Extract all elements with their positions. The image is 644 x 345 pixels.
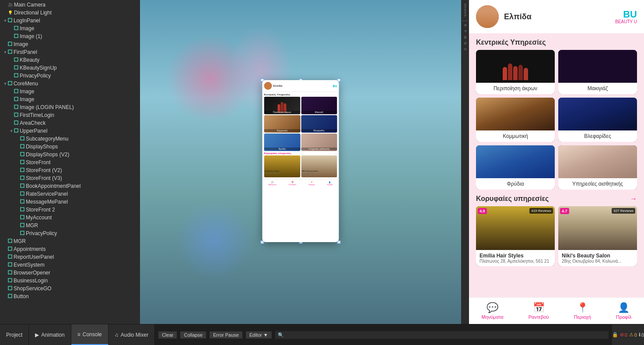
phone-service-2[interactable]: Μακιγιάζ (301, 97, 337, 114)
phone-nav-area[interactable]: 📍Περιοχή (308, 181, 315, 186)
service-card-hair[interactable]: Κομμωτική (476, 98, 555, 142)
hierarchy-label-mgr-top: MGR (14, 238, 26, 244)
hierarchy-label-storefront: StoreFront (26, 159, 51, 165)
hierarchy-item-image-login[interactable]: Image (LOGIN PANEL) (0, 103, 140, 111)
service-card-nail[interactable]: Περιποίηση άκρων (476, 50, 555, 94)
hierarchy-item-privacy-policy[interactable]: PrivacyPolicy (0, 72, 140, 80)
hierarchy-item-storefront-2[interactable]: StoreFront 2 (0, 206, 140, 214)
hierarchy-item-kbeauty-signup[interactable]: KBeautySignUp (0, 64, 140, 72)
side-n-label: N (463, 41, 467, 46)
console-search-input[interactable] (275, 331, 609, 339)
featured-shop-name-2: Niki's Beauty Salon (562, 253, 634, 259)
hierarchy-item-main-camera[interactable]: 🎥Main Camera (0, 1, 140, 9)
phone-featured-title: Κορυφαίες υπηρεσίες → (264, 152, 337, 155)
clear-button[interactable]: Clear (158, 331, 177, 338)
svg-rect-26 (21, 223, 24, 227)
hierarchy-item-business-login[interactable]: BusinessLogin (0, 277, 140, 285)
hierarchy-item-rate-service[interactable]: RateServicePanel (0, 190, 140, 198)
hierarchy-item-upper-panel[interactable]: ▼UpperPanel (0, 127, 140, 135)
hierarchy-item-directional-light[interactable]: 💡Directional Light (0, 9, 140, 17)
hierarchy-item-first-panel[interactable]: ▼FirstPanel (0, 48, 140, 56)
hierarchy-item-display-shops-v2[interactable]: DisplayShops (V2) (0, 151, 140, 158)
hierarchy-label-appointments: Appointments (14, 246, 46, 252)
phone-service-6[interactable]: Υπηρεσίες αισθητικής (301, 134, 337, 151)
phone-service-4[interactable]: Βλεφαρίδες (301, 115, 337, 133)
hierarchy-item-first-time-login[interactable]: FirstTimeLogin (0, 111, 140, 119)
svg-rect-30 (8, 255, 12, 258)
hierarchy-item-display-shops[interactable]: DisplayShops (0, 143, 140, 151)
bottom-bar: Project ▶ Animation ≡ Console ♫ Audio Mi… (0, 324, 644, 345)
hierarchy-item-storefront-v2[interactable]: StoreFront (V2) (0, 166, 140, 174)
services-grid: Περιποίηση άκρων Μακιγιάζ Κομμωτική Βλεφ… (469, 50, 644, 190)
hierarchy-item-core-menu[interactable]: ▼CoreMenu (0, 80, 140, 88)
hierarchy-item-kbeauty[interactable]: KBeauty (0, 56, 140, 64)
service-card-lash[interactable]: Βλεφαρίδες (558, 98, 637, 142)
hierarchy-item-area-check[interactable]: AreaCheck (0, 119, 140, 127)
hierarchy-item-my-account[interactable]: MyAccount (0, 214, 140, 222)
hierarchy-item-book-appointment[interactable]: BookAppointmentPanel (0, 182, 140, 190)
hierarchy-item-image-4[interactable]: Image (0, 95, 140, 103)
app-nav-appointments[interactable]: 📅 Ραντεβού (528, 302, 549, 320)
service-img-aes (558, 145, 637, 178)
hierarchy-item-shop-service-go[interactable]: ShopServiceGO (0, 285, 140, 292)
phone-service-3[interactable]: Κομμωτική (264, 115, 301, 133)
app-nav-profile[interactable]: 👤 Προφίλ (616, 302, 631, 320)
hierarchy-item-subcategory-menu[interactable]: SubcategoryMenu (0, 135, 140, 143)
phone-service-label-1: Περιποίηση άκρων (264, 111, 301, 113)
svg-rect-15 (21, 137, 24, 140)
svg-rect-32 (8, 271, 12, 274)
error-pause-button[interactable]: Error Pause (210, 331, 242, 338)
hierarchy-item-browser-opener[interactable]: BrowserOpener (0, 269, 140, 277)
hierarchy-item-mgr[interactable]: MGR (0, 222, 140, 229)
phone-featured-card-1[interactable]: Emilia Hair Styles Πλάτωνος 28, Αμπελόκη… (264, 155, 301, 177)
service-card-aes[interactable]: Υπηρεσίες αισθητικής (558, 145, 637, 190)
phone-mockup-container: Ελπίδα BU Κεντρικές Υπηρεσίες (262, 80, 339, 244)
tab-project[interactable]: Project (0, 324, 29, 345)
featured-card-2[interactable]: 4.7 327 Reviews Niki's Beauty Salon 28ης… (558, 206, 637, 266)
service-card-makeup[interactable]: Μακιγιάζ (558, 50, 637, 94)
tab-audio-mixer[interactable]: ♫ Audio Mixer (108, 324, 155, 345)
phone-nav-messages[interactable]: 💬Μηνύματα (269, 181, 276, 186)
phone-service-1[interactable]: Περιποίηση άκρων (264, 97, 301, 114)
hierarchy-item-button[interactable]: Button (0, 292, 140, 300)
appointments-label: Ραντεβού (528, 314, 549, 320)
hierarchy-label-my-account: MyAccount (26, 215, 52, 221)
app-bottom-nav: 💬 Μηνύματα 📅 Ραντεβού 📍 Περιοχή 👤 Προφίλ (469, 297, 644, 324)
side-buttons-panel: stretch R F M N C (461, 0, 469, 324)
featured-arrow[interactable]: → (630, 195, 637, 203)
phone-nav-appointments[interactable]: 📅Ραντεβού (289, 181, 296, 186)
tab-console[interactable]: ≡ Console (71, 324, 108, 345)
hierarchy-item-event-system[interactable]: EventSystem (0, 261, 140, 269)
phone-nav-profile[interactable]: 👤Προφίλ (327, 181, 333, 186)
warn-count: 0 (634, 332, 637, 338)
phone-service-label-6: Υπηρεσίες αισθητικής (301, 148, 337, 150)
hierarchy-item-image-2[interactable]: Image (0, 40, 140, 48)
collapse-button[interactable]: Collapse (180, 331, 206, 338)
hierarchy-item-image[interactable]: Image (0, 25, 140, 32)
service-card-brow[interactable]: Φρύδια (476, 145, 555, 190)
hierarchy-item-privacy-policy-2[interactable]: PrivacyPolicy (0, 229, 140, 237)
hierarchy-label-report-user-panel: ReportUserPanel (14, 254, 54, 260)
nail-polish-4 (518, 65, 523, 80)
tab-animation[interactable]: ▶ Animation (29, 324, 71, 345)
hierarchy-item-message-me[interactable]: MessageMePanel (0, 198, 140, 206)
hierarchy-item-mgr-top[interactable]: MGR (0, 237, 140, 245)
hierarchy-item-login-panel[interactable]: ▼LogInPanel (0, 17, 140, 25)
error-icon: ⊘ (620, 332, 624, 338)
hierarchy-item-storefront-v3[interactable]: StoreFront (V3) (0, 174, 140, 182)
central-services-header: Κεντρικές Υπηρεσίες (469, 33, 644, 50)
app-nav-area[interactable]: 📍 Περιοχή (574, 302, 591, 320)
app-nav-messages[interactable]: 💬 Μηνύματα (482, 302, 504, 320)
hierarchy-item-storefront[interactable]: StoreFront (0, 158, 140, 166)
editor-button[interactable]: Editor ▼ (246, 331, 272, 338)
hierarchy-item-image-1[interactable]: Image (1) (0, 32, 140, 40)
phone-featured-card-2[interactable]: Niki's Beauty Salon 28ης Οκτωβρίου 84 (301, 155, 337, 177)
phone-service-label-3: Κομμωτική (264, 129, 301, 132)
phone-service-5[interactable]: Φρύδια (264, 134, 301, 151)
hierarchy-item-report-user-panel[interactable]: ReportUserPanel (0, 253, 140, 261)
hierarchy-item-image-3[interactable]: Image (0, 88, 140, 95)
app-username: Ελπίδα (504, 12, 532, 21)
hierarchy-item-appointments[interactable]: Appointments (0, 245, 140, 253)
featured-card-1[interactable]: 4.9 419 Reviews Emilia Hair Styles Πλάτω… (476, 206, 555, 266)
svg-rect-33 (8, 278, 12, 282)
